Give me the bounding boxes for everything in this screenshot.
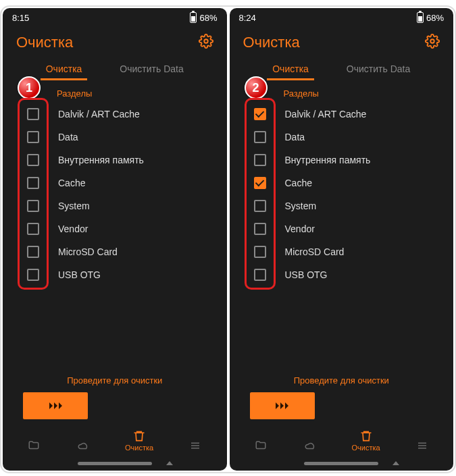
checkbox[interactable]: [254, 200, 266, 212]
page-title: Очистка: [16, 34, 73, 51]
checkbox[interactable]: [254, 108, 266, 120]
menu-icon: [188, 440, 203, 452]
page-title: Очистка: [243, 34, 300, 51]
gear-icon[interactable]: [425, 34, 440, 51]
clock: 8:15: [12, 13, 29, 23]
list-item[interactable]: Vendor: [18, 217, 216, 240]
cloud-icon: [303, 440, 318, 452]
chevron-right-icon: [285, 402, 288, 409]
nav-files[interactable]: [253, 440, 268, 452]
list-item[interactable]: USB OTG: [245, 263, 443, 286]
nav-label: Очистка: [352, 444, 380, 452]
checkbox[interactable]: [254, 131, 266, 143]
item-label: Vendor: [285, 223, 315, 234]
nav-cleanup[interactable]: Очистка: [125, 430, 153, 452]
list-item[interactable]: Dalvik / ART Cache: [18, 103, 216, 126]
trash-icon: [132, 430, 147, 442]
item-label: USB OTG: [285, 269, 328, 280]
cloud-icon: [76, 440, 91, 452]
bottom-nav: Очистка: [3, 425, 227, 456]
nav-label: Очистка: [125, 444, 153, 452]
bottom-nav: Очистка: [230, 425, 454, 456]
tabs: Очистка Очистить Data: [230, 55, 454, 80]
checkbox[interactable]: [27, 177, 39, 189]
checkbox[interactable]: [254, 177, 266, 189]
app-header: Очистка: [230, 27, 454, 55]
list-item[interactable]: Cache: [18, 171, 216, 194]
list-item[interactable]: Cache: [245, 171, 443, 194]
partition-list: Dalvik / ART CacheDataВнутренняя памятьC…: [3, 103, 227, 286]
checkbox[interactable]: [27, 223, 39, 235]
checkbox[interactable]: [27, 246, 39, 258]
app-header: Очистка: [3, 27, 227, 55]
item-label: Dalvik / ART Cache: [285, 109, 367, 120]
folder-icon: [26, 440, 41, 452]
tabs: Очистка Очистить Data: [3, 55, 227, 80]
step-badge: 1: [18, 76, 41, 99]
caret-up-icon: [166, 461, 173, 465]
checkbox[interactable]: [27, 131, 39, 143]
battery-icon: [417, 12, 424, 23]
item-label: MicroSD Card: [285, 246, 345, 257]
checkbox[interactable]: [254, 246, 266, 258]
content-area: 1 Разделы Dalvik / ART CacheDataВнутренн…: [3, 80, 227, 375]
battery-pct: 68%: [199, 13, 217, 23]
item-label: System: [58, 201, 90, 211]
chevron-right-icon: [49, 402, 53, 409]
item-label: Vendor: [58, 223, 88, 234]
chevron-right-icon: [54, 402, 57, 409]
item-label: Dalvik / ART Cache: [58, 109, 140, 120]
chevron-right-icon: [59, 402, 62, 409]
list-item[interactable]: System: [245, 194, 443, 217]
battery-pct: 68%: [426, 13, 444, 23]
nav-menu[interactable]: [415, 440, 430, 452]
checkbox[interactable]: [27, 269, 39, 281]
item-label: Внутренняя память: [285, 155, 371, 165]
content-area: 2 Разделы Dalvik / ART CacheDataВнутренн…: [230, 80, 454, 375]
list-item[interactable]: Внутренняя память: [18, 149, 216, 171]
checkbox[interactable]: [27, 108, 39, 120]
home-pill[interactable]: [304, 462, 378, 465]
list-item[interactable]: Data: [245, 126, 443, 149]
phone-screen-1: 8:15 68% Очистка Очистка Очистить Data 1…: [3, 8, 227, 471]
partition-list: Dalvik / ART CacheDataВнутренняя памятьC…: [230, 103, 454, 286]
list-item[interactable]: System: [18, 194, 216, 217]
nav-cloud[interactable]: [76, 440, 91, 452]
chevron-right-icon: [276, 402, 279, 409]
chevron-right-icon: [280, 402, 284, 409]
comparison-container: 8:15 68% Очистка Очистка Очистить Data 1…: [0, 5, 456, 473]
list-item[interactable]: MicroSD Card: [245, 240, 443, 263]
list-item[interactable]: Vendor: [245, 217, 443, 240]
list-item[interactable]: Внутренняя память: [245, 149, 443, 171]
item-label: USB OTG: [58, 269, 101, 280]
tab-clear-data[interactable]: Очистить Data: [341, 59, 415, 80]
checkbox[interactable]: [254, 269, 266, 281]
tab-cleanup[interactable]: Очистка: [41, 59, 88, 80]
nav-cleanup[interactable]: Очистка: [352, 430, 380, 452]
gear-icon[interactable]: [199, 34, 213, 51]
item-label: MicroSD Card: [58, 246, 118, 257]
swipe-label: Проведите для очистки: [67, 375, 162, 386]
list-item[interactable]: Data: [18, 126, 216, 149]
caret-up-icon: [392, 461, 399, 465]
home-pill[interactable]: [78, 462, 152, 465]
nav-menu[interactable]: [188, 440, 203, 452]
checkbox[interactable]: [254, 223, 266, 235]
trash-icon: [359, 430, 374, 442]
checkbox[interactable]: [27, 200, 39, 212]
item-label: System: [285, 201, 317, 211]
tab-cleanup[interactable]: Очистка: [267, 59, 314, 80]
list-item[interactable]: Dalvik / ART Cache: [245, 103, 443, 126]
swipe-button[interactable]: [250, 392, 315, 419]
checkbox[interactable]: [254, 154, 266, 166]
nav-files[interactable]: [26, 440, 41, 452]
clock: 8:24: [239, 13, 256, 23]
list-item[interactable]: MicroSD Card: [18, 240, 216, 263]
tab-clear-data[interactable]: Очистить Data: [114, 59, 188, 80]
folder-icon: [253, 440, 268, 452]
nav-cloud[interactable]: [303, 440, 318, 452]
list-item[interactable]: USB OTG: [18, 263, 216, 286]
swipe-button[interactable]: [23, 392, 88, 419]
checkbox[interactable]: [27, 154, 39, 166]
system-nav: [3, 456, 227, 471]
